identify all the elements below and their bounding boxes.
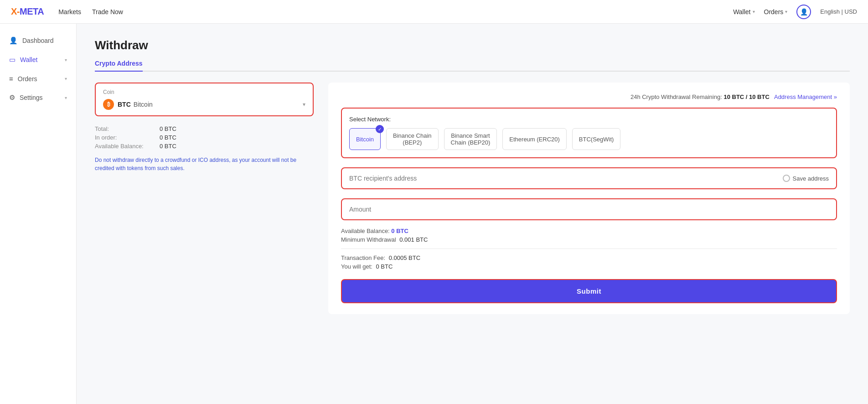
network-select-box: Select Network: ✓ Bitcoin Binance Chain(… <box>341 108 837 158</box>
coin-select-dropdown[interactable]: ₿ BTC Bitcoin ▾ <box>103 99 305 110</box>
check-badge-icon: ✓ <box>376 125 384 133</box>
sidebar: 👤 Dashboard ▭ Wallet ▾ ≡ Orders ▾ ⚙ Sett… <box>0 24 77 404</box>
coin-select-box: Coin ₿ BTC Bitcoin ▾ <box>95 83 314 116</box>
network-bep2[interactable]: Binance Chain(BEP2) <box>386 128 439 150</box>
sidebar-item-dashboard[interactable]: 👤 Dashboard <box>0 31 76 50</box>
sidebar-item-orders[interactable]: ≡ Orders ▾ <box>0 69 76 88</box>
sidebar-item-settings[interactable]: ⚙ Settings ▾ <box>0 88 76 107</box>
network-options: ✓ Bitcoin Binance Chain(BEP2) Binance Sm… <box>349 128 829 150</box>
divider <box>341 249 837 249</box>
wallet-nav-button[interactable]: Wallet ▾ <box>733 8 754 16</box>
orders-nav-button[interactable]: Orders ▾ <box>764 8 788 16</box>
network-bep2-label: Binance Chain(BEP2) <box>393 132 432 146</box>
tab-bar: Crypto Address <box>95 56 850 72</box>
coin-ticker: BTC <box>118 101 131 108</box>
settings-expand-icon: ▾ <box>65 95 67 100</box>
orders-icon: ≡ <box>9 75 13 83</box>
withdrawal-remaining-value: 10 BTC / 10 BTC <box>723 93 769 100</box>
right-panel: 24h Crypto Withdrawal Remaining: 10 BTC … <box>328 83 850 314</box>
logo-suffix: META <box>20 6 44 16</box>
submit-button[interactable]: Submit <box>341 279 837 303</box>
main-content: Withdraw Crypto Address Coin ₿ BTC Bitco… <box>77 24 868 404</box>
tx-fee-row: Transaction Fee: 0.0005 BTC <box>341 254 837 261</box>
amount-input[interactable] <box>349 206 829 213</box>
tx-fee-value: 0.0005 BTC <box>389 254 420 261</box>
warning-text: Do not withdraw directly to a crowdfund … <box>95 156 314 172</box>
sidebar-orders-label: Orders <box>18 75 60 83</box>
network-erc20[interactable]: Ethereum (ERC20) <box>502 128 567 150</box>
balance-inorder-value: 0 BTC <box>160 134 176 141</box>
network-segwit[interactable]: BTC(SegWit) <box>572 128 621 150</box>
save-address-radio-icon <box>783 175 790 182</box>
balance-available-value: 0 BTC <box>160 143 176 150</box>
navbar-right: Wallet ▾ Orders ▾ 👤 English | USD <box>733 5 857 19</box>
tab-crypto-address[interactable]: Crypto Address <box>95 56 143 72</box>
wallet-nav-label: Wallet <box>733 8 750 16</box>
network-bitcoin-label: Bitcoin <box>356 136 374 143</box>
address-management-link[interactable]: Address Management » <box>774 93 837 100</box>
sidebar-item-label: Dashboard <box>22 37 67 44</box>
network-bitcoin[interactable]: ✓ Bitcoin <box>349 128 381 150</box>
orders-nav-label: Orders <box>764 8 784 16</box>
sidebar-item-wallet[interactable]: ▭ Wallet ▾ <box>0 50 76 69</box>
balance-total-value: 0 BTC <box>160 125 176 132</box>
min-withdrawal-label: Minimum Withdrawal <box>341 236 396 243</box>
balance-inorder-row: In order: 0 BTC <box>95 134 314 141</box>
coin-name-row: ₿ BTC Bitcoin <box>103 99 153 110</box>
avatar-icon: 👤 <box>800 8 808 16</box>
btc-icon: ₿ <box>103 99 114 110</box>
settings-icon: ⚙ <box>9 93 15 102</box>
navbar-links: Markets Trade Now <box>58 8 123 16</box>
nav-markets[interactable]: Markets <box>58 8 81 16</box>
coin-dropdown-arrow-icon: ▾ <box>303 101 305 108</box>
network-segwit-label: BTC(SegWit) <box>579 136 614 143</box>
sidebar-wallet-label: Wallet <box>20 56 60 63</box>
you-get-value: 0 BTC <box>376 263 393 270</box>
available-balance-label: Available Balance: <box>341 228 390 234</box>
network-erc20-label: Ethereum (ERC20) <box>509 136 560 143</box>
withdrawal-info: 24h Crypto Withdrawal Remaining: 10 BTC … <box>341 93 837 100</box>
lang-currency[interactable]: English | USD <box>820 8 857 15</box>
balance-inorder-label: In order: <box>95 134 154 141</box>
nav-trade-now[interactable]: Trade Now <box>92 8 123 16</box>
coin-fullname: Bitcoin <box>134 101 153 108</box>
available-balance-row: Available Balance: 0 BTC <box>341 228 837 234</box>
withdrawal-remaining-label: 24h Crypto Withdrawal Remaining: <box>630 93 722 100</box>
avatar[interactable]: 👤 <box>796 5 811 19</box>
coin-label: Coin <box>103 89 305 95</box>
wallet-expand-icon: ▾ <box>65 57 67 62</box>
network-bep20-label: Binance SmartChain (BEP20) <box>451 132 491 146</box>
save-address-label: Save address <box>793 175 829 182</box>
network-label: Select Network: <box>349 116 829 123</box>
balance-fee-info: Available Balance: 0 BTC Minimum Withdra… <box>341 228 837 270</box>
address-input-box: Save address <box>341 167 837 189</box>
content-row: Coin ₿ BTC Bitcoin ▾ Total: 0 BTC <box>95 83 850 314</box>
save-address-toggle[interactable]: Save address <box>783 175 829 182</box>
balance-total-row: Total: 0 BTC <box>95 125 314 132</box>
page-title: Withdraw <box>95 38 850 52</box>
you-get-label: You will get: <box>341 263 372 270</box>
balance-available-row: Available Balance: 0 BTC <box>95 143 314 150</box>
brand-logo[interactable]: X-META <box>11 6 44 17</box>
orders-expand-icon: ▾ <box>65 76 67 81</box>
logo-prefix: X- <box>11 6 20 16</box>
you-get-row: You will get: 0 BTC <box>341 263 837 270</box>
amount-input-box <box>341 198 837 220</box>
tx-fee-label: Transaction Fee: <box>341 254 385 261</box>
balance-total-label: Total: <box>95 125 154 132</box>
min-withdrawal-value: 0.001 BTC <box>399 236 428 243</box>
navbar: X-META Markets Trade Now Wallet ▾ Orders… <box>0 0 868 24</box>
balance-available-label: Available Balance: <box>95 143 154 150</box>
sidebar-settings-label: Settings <box>20 94 60 101</box>
orders-chevron-icon: ▾ <box>785 9 787 14</box>
network-bep20[interactable]: Binance SmartChain (BEP20) <box>444 128 497 150</box>
wallet-icon: ▭ <box>9 56 16 64</box>
available-balance-value: 0 BTC <box>391 228 408 234</box>
left-panel: Coin ₿ BTC Bitcoin ▾ Total: 0 BTC <box>95 83 314 172</box>
address-input[interactable] <box>349 175 783 182</box>
min-withdrawal-row: Minimum Withdrawal 0.001 BTC <box>341 236 837 243</box>
wallet-chevron-icon: ▾ <box>753 9 755 14</box>
dashboard-icon: 👤 <box>9 36 18 45</box>
main-layout: 👤 Dashboard ▭ Wallet ▾ ≡ Orders ▾ ⚙ Sett… <box>0 24 868 404</box>
